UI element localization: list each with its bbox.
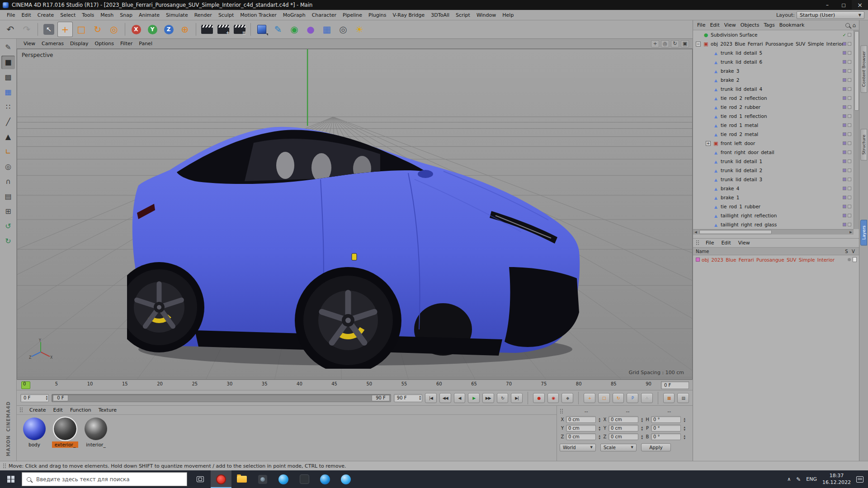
size-field[interactable]: 0 cm <box>609 433 638 440</box>
add-spline-button[interactable]: ✎ <box>270 22 286 37</box>
visibility-dot[interactable] <box>848 96 851 100</box>
close-button[interactable] <box>852 0 868 10</box>
quantize-button[interactable]: ⊞ <box>1 205 15 218</box>
stepper-icon[interactable] <box>599 426 600 431</box>
viewport-menu-item[interactable]: Panel <box>136 40 156 47</box>
layer-menu-item[interactable]: View <box>735 239 753 247</box>
visibility-dot[interactable] <box>848 196 851 199</box>
visibility-dot[interactable] <box>848 214 851 217</box>
layer-row[interactable]: obj_2023_Blue_Ferrari_Purosangue_SUV_Sim… <box>693 255 859 264</box>
expander-icon[interactable] <box>706 141 711 146</box>
layer-menu-item[interactable]: Edit <box>718 239 734 247</box>
menu-item[interactable]: Window <box>473 11 499 19</box>
coordinates-column-header[interactable]: -- <box>648 408 690 414</box>
workplane-lock-button[interactable]: ▤ <box>1 190 15 203</box>
object-row[interactable]: tie_rod_1_rubber ✓ <box>693 202 854 211</box>
coordinates-column-header[interactable]: -- <box>607 408 649 414</box>
tray-expand-icon[interactable] <box>787 476 791 482</box>
add-deformer-button[interactable]: ● <box>303 22 318 37</box>
coordinate-system-button[interactable]: ⊕ <box>177 22 193 37</box>
object-row[interactable]: front_right_door_detail ✓ <box>693 148 854 157</box>
browser-app-2[interactable] <box>315 470 335 488</box>
tab-content-browser[interactable]: Content Browser <box>860 45 867 93</box>
visibility-dot[interactable] <box>848 187 851 190</box>
model-mode-button[interactable]: ■ <box>1 56 15 69</box>
object-manager-menu-item[interactable]: View <box>722 21 738 29</box>
scroll-left-icon[interactable]: ◀ <box>693 230 698 234</box>
home-icon[interactable] <box>852 22 856 28</box>
stepper-icon[interactable] <box>684 434 685 440</box>
position-field[interactable]: 0 cm <box>566 433 596 440</box>
record-scale-toggle[interactable]: □ <box>598 393 610 403</box>
menu-item[interactable]: Help <box>499 11 517 19</box>
undo-button[interactable]: ↶ <box>3 22 18 37</box>
position-field[interactable]: 0 cm <box>566 416 596 423</box>
layer-color-chip[interactable] <box>843 69 846 73</box>
menu-item[interactable]: Render <box>191 11 215 19</box>
add-environment-button[interactable]: ▦ <box>319 22 335 37</box>
material-menu-item[interactable]: Texture <box>95 406 120 414</box>
visibility-dot[interactable] <box>848 178 851 181</box>
layer-color-chip[interactable] <box>843 51 846 55</box>
render-view-button[interactable] <box>199 22 215 37</box>
menu-item[interactable]: Tools <box>79 11 97 19</box>
task-view-button[interactable] <box>190 470 211 488</box>
rotation-field[interactable]: 0 ° <box>651 416 681 423</box>
object-row[interactable]: tie_rod_1_reflection ✓ <box>693 112 854 121</box>
menu-item[interactable]: Character <box>309 11 340 19</box>
size-field[interactable]: 0 cm <box>609 425 638 432</box>
record-rotation-toggle[interactable]: ↻ <box>613 393 624 403</box>
layer-color-chip[interactable] <box>843 78 846 82</box>
layer-color-chip[interactable] <box>843 205 846 208</box>
panel-grip-icon[interactable] <box>560 408 564 414</box>
layer-color-chip[interactable] <box>843 187 846 190</box>
prev-frame-button[interactable]: ◀ <box>454 393 466 403</box>
object-row[interactable]: brake_4 ✓ <box>693 184 854 193</box>
taskbar-clock[interactable]: 18:37 16.12.2022 <box>822 473 851 486</box>
texture-mode-button[interactable]: ▩ <box>1 70 15 84</box>
layer-color-chip[interactable] <box>843 132 846 136</box>
scale-tool[interactable]: □ <box>74 22 89 37</box>
menu-item[interactable]: Simulate <box>163 11 191 19</box>
add-generator-button[interactable]: ◉ <box>287 22 302 37</box>
object-manager-menu-item[interactable]: File <box>695 21 708 29</box>
search-icon[interactable] <box>845 23 850 28</box>
add-primitive-button[interactable] <box>254 22 269 37</box>
scrollbar-thumb[interactable] <box>854 31 859 111</box>
scroll-right-icon[interactable]: ▶ <box>848 230 854 234</box>
visibility-dot[interactable] <box>848 169 851 172</box>
object-row[interactable]: front_left_door ✓ <box>693 139 854 148</box>
visibility-dot[interactable] <box>848 87 851 91</box>
slider-min-handle[interactable]: 0 F <box>53 395 68 401</box>
camera-label[interactable]: Perspective <box>22 52 53 58</box>
layer-solo-dot[interactable] <box>848 258 851 261</box>
enabled-check-icon[interactable]: ✓ <box>843 33 846 38</box>
play-button[interactable]: ▶ <box>468 393 480 403</box>
loop-button[interactable]: ↻ <box>497 393 509 403</box>
menu-item[interactable]: Script <box>453 11 473 19</box>
pen-tray-icon[interactable] <box>796 476 801 483</box>
record-pla-toggle[interactable]: ∴ <box>641 393 653 403</box>
menu-item[interactable]: Motion Tracker <box>237 11 279 19</box>
material-menu-item[interactable]: Edit <box>50 406 66 414</box>
snap-toggle-button[interactable]: ∩ <box>1 175 15 188</box>
record-keyframe-button[interactable]: ● <box>533 393 545 403</box>
stepper-icon[interactable] <box>46 395 47 400</box>
material-menu-item[interactable]: Function <box>67 406 94 414</box>
viewport-menu-item[interactable]: View <box>20 40 38 47</box>
layer-color-chip[interactable] <box>843 96 846 100</box>
prev-key-button[interactable]: ◀◀ <box>439 393 451 403</box>
viewport-canvas[interactable]: Perspective Grid Spacing : 100 cm Y X Z <box>17 49 693 380</box>
layout-selector[interactable]: Startup (User) ▼ <box>797 11 864 19</box>
timeline-window-button[interactable]: ▦ <box>663 393 675 403</box>
visibility-dot[interactable] <box>848 141 851 145</box>
layer-menu-item[interactable]: File <box>703 239 717 247</box>
layer-color-chip[interactable] <box>843 223 846 226</box>
notification-center-icon[interactable] <box>856 476 863 483</box>
material-interior[interactable]: interior_ <box>83 418 109 448</box>
object-row[interactable]: trunk_lid_detail_5 ✓ <box>693 48 854 57</box>
coordinate-space-select[interactable]: World▼ <box>560 444 596 451</box>
menu-item[interactable]: Sculpt <box>215 11 237 19</box>
panel-grip-icon[interactable] <box>696 240 700 246</box>
menu-item[interactable]: Select <box>57 11 79 19</box>
